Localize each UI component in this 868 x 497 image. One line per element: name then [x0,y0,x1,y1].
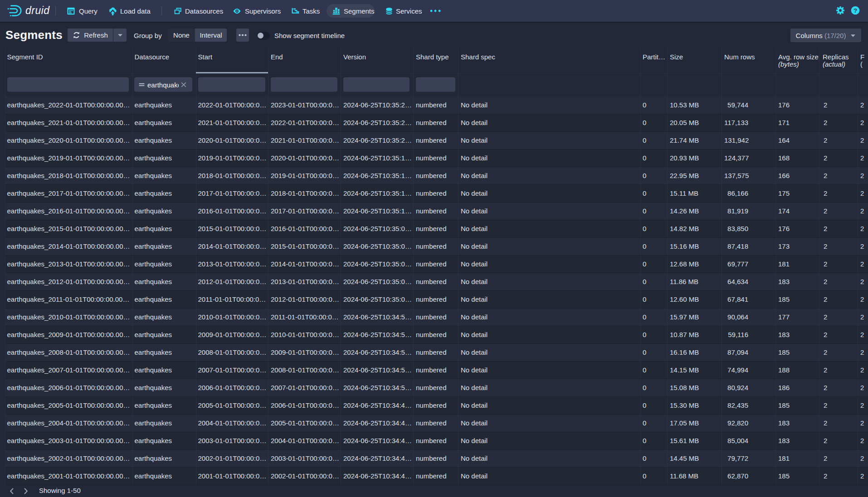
svg-text:?: ? [853,7,857,14]
